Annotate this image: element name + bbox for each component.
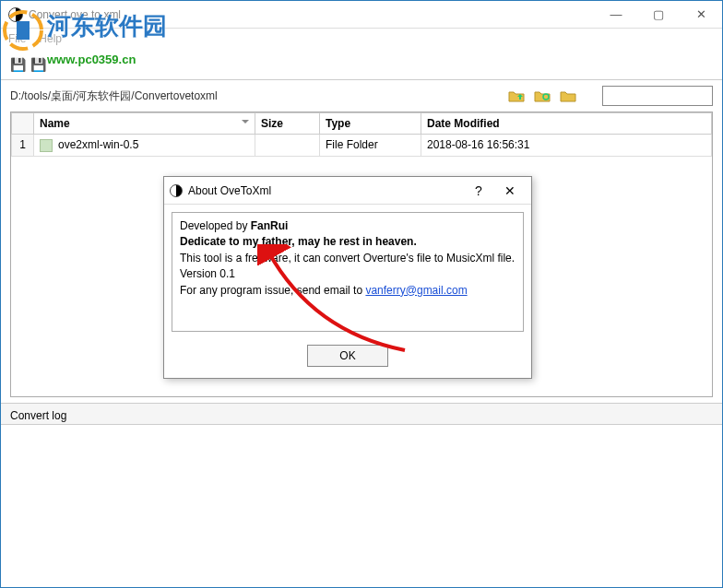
folder-refresh-icon[interactable] [534, 89, 551, 102]
dialog-app-icon [170, 184, 183, 197]
col-date[interactable]: Date Modified [421, 113, 712, 135]
save-all-icon[interactable]: 💾 [29, 55, 47, 74]
app-icon [8, 7, 23, 22]
menubar: File Help [1, 29, 722, 49]
row-name-cell: ove2xml-win-0.5 [34, 135, 255, 157]
dialog-title: About OveToXml [188, 184, 463, 197]
about-line3: This tool is a freeware, it can convert … [180, 251, 516, 266]
dialog-titlebar: About OveToXml ? ✕ [164, 177, 531, 205]
row-num: 1 [12, 135, 34, 157]
menu-help[interactable]: Help [39, 32, 62, 45]
folder-up-icon[interactable] [508, 89, 525, 102]
window-titlebar: Convert ove to xml — ▢ ✕ [1, 1, 722, 29]
current-path: D:/tools/桌面/河东软件园/Convertovetoxml [10, 88, 501, 104]
table-row[interactable]: 1 ove2xml-win-0.5 File Folder 2018-08-16… [12, 135, 712, 157]
row-type: File Folder [320, 135, 421, 157]
folder-item-icon [40, 139, 53, 152]
dialog-body: Developed by FanRui Dedicate to my fathe… [172, 212, 524, 332]
row-name: ove2xml-win-0.5 [58, 138, 138, 151]
path-bar: D:/tools/桌面/河东软件园/Convertovetoxml [1, 80, 722, 112]
search-input[interactable] [602, 86, 713, 106]
dialog-close-button[interactable]: ✕ [494, 183, 526, 198]
row-size [255, 135, 320, 157]
convert-log-label: Convert log [1, 403, 722, 425]
maximize-button[interactable]: ▢ [637, 1, 680, 29]
folder-open-icon[interactable] [560, 89, 576, 102]
about-line1: Developed by FanRui [180, 218, 516, 234]
close-button[interactable]: ✕ [680, 1, 722, 29]
col-name[interactable]: Name [34, 113, 255, 135]
about-dialog: About OveToXml ? ✕ Developed by FanRui D… [163, 176, 532, 379]
row-date: 2018-08-16 16:56:31 [421, 135, 712, 157]
toolbar: 💾 💾 [1, 49, 722, 80]
save-icon[interactable]: 💾 [8, 55, 27, 74]
about-line5: For any program issue, send email to van… [180, 283, 516, 299]
menu-file[interactable]: File [8, 32, 26, 45]
col-size[interactable]: Size [255, 113, 320, 135]
ok-button[interactable]: OK [307, 345, 388, 367]
window-title: Convert ove to xml [29, 8, 121, 21]
minimize-button[interactable]: — [595, 1, 637, 29]
convert-log-area [1, 425, 722, 588]
col-type[interactable]: Type [320, 113, 421, 135]
about-line4: Version 0.1 [180, 266, 516, 282]
about-line2: Dedicate to my father, may he rest in he… [180, 234, 516, 250]
about-email-link[interactable]: vanferry@gmail.com [365, 284, 467, 297]
dialog-help-button[interactable]: ? [463, 183, 494, 198]
table-header-row: Name Size Type Date Modified [12, 113, 712, 135]
col-num[interactable] [12, 113, 34, 135]
